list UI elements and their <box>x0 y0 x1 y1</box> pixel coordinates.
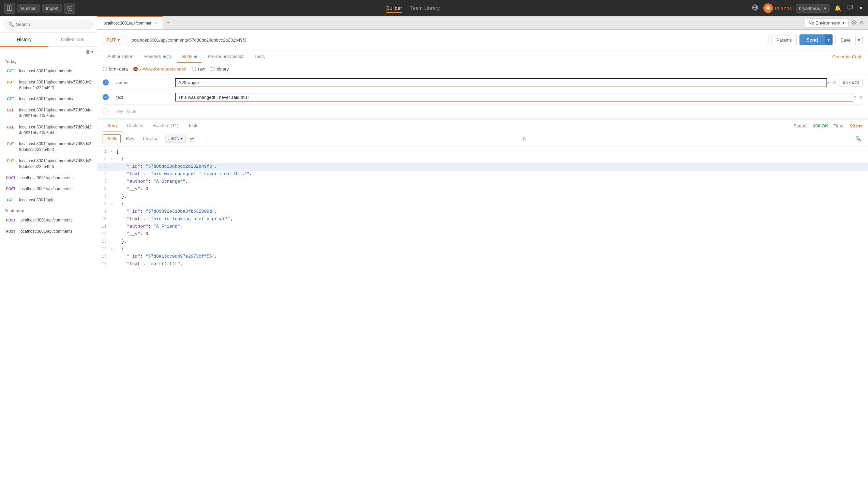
history-url: localhost:3001/api/ <box>19 197 53 203</box>
history-item[interactable]: POST localhost:3001/api/comments <box>0 172 97 184</box>
add-tab-button[interactable]: + <box>163 16 173 29</box>
url-input[interactable] <box>126 35 768 45</box>
field-value-placeholder: value <box>126 109 136 114</box>
empty-check <box>103 108 109 114</box>
sync-icon <box>763 3 773 13</box>
new-tab-button[interactable] <box>64 3 75 14</box>
remove-field-author[interactable]: ✕ <box>833 80 836 85</box>
resp-format-preview[interactable]: Preview <box>139 134 161 143</box>
code-line-16: 16 "text": "murfffffff", <box>97 261 868 268</box>
save-dropdown-button[interactable]: ▾ <box>856 35 863 45</box>
env-dropdown-arrow: ▾ <box>842 20 845 26</box>
history-item[interactable]: GET localhost:3001/api/comments <box>0 65 97 77</box>
field-key-placeholder: key <box>114 109 123 114</box>
history-item[interactable]: GET localhost:3001/api/ <box>0 195 97 206</box>
history-item[interactable]: PUT localhost:3001/api/comments/57d88dc2… <box>0 155 97 172</box>
body-dot <box>194 56 197 58</box>
heart-icon[interactable]: ♥ <box>858 4 864 13</box>
request-line: PUT ▾ Params Send ▾ Save ▾ <box>97 30 868 50</box>
history-item[interactable]: GET localhost:3001/api/comments/ <box>0 93 97 105</box>
history-url: localhost:3001/api/comments/57d88dc28dbb… <box>19 141 92 153</box>
user-dropdown[interactable]: bryanthea... ▾ <box>796 4 829 13</box>
field-value-text[interactable] <box>175 93 853 102</box>
tab-collections[interactable]: Collections <box>48 33 97 47</box>
subtab-headers[interactable]: Headers (1) <box>139 50 176 63</box>
subtab-authorization[interactable]: Authorization <box>103 50 138 63</box>
resp-tab-cookies[interactable]: Cookies <box>122 120 148 132</box>
params-button[interactable]: Params <box>771 35 797 45</box>
resp-format-raw[interactable]: Raw <box>122 134 138 143</box>
send-button-group: Send ▾ <box>799 34 833 45</box>
comment-icon[interactable] <box>846 3 855 13</box>
headers-count-badge <box>163 56 166 58</box>
method-dropdown-arrow: ▾ <box>117 37 120 43</box>
code-line-6: 6 "__v": 0 <box>97 186 868 193</box>
resp-tab-headers[interactable]: Headers (11) <box>148 120 183 132</box>
radio-binary[interactable]: binary <box>211 66 229 72</box>
history-item[interactable]: DEL localhost:3001/api/comments/57d89d4c… <box>0 105 97 122</box>
send-button[interactable]: Send <box>799 34 825 45</box>
json-dropdown-arrow: ▾ <box>181 136 183 141</box>
status-area: Status: 200 OK Time: 99 ms <box>794 123 863 128</box>
field-value-author[interactable] <box>175 78 827 87</box>
environment-dropdown[interactable]: No Environment ▾ <box>805 18 849 28</box>
active-request-tab[interactable]: localhost:3001/api/commer ✕ <box>97 16 163 29</box>
bulk-edit-button[interactable]: Bulk Edit <box>839 78 863 87</box>
code-line-3: 3 "_id": "57d88dc28dbbcc2b232b49f3", <box>97 163 868 171</box>
tab-history[interactable]: History <box>0 33 48 47</box>
json-label: JSON <box>168 136 179 141</box>
history-url: localhost:3001/api/comments <box>19 175 72 181</box>
env-area: No Environment ▾ ⚙ <box>801 18 868 28</box>
sync-status: IN SYNC <box>775 6 793 10</box>
remove-field-text[interactable]: ✕ <box>859 95 863 100</box>
code-line-15: 15 "_id": "57d8a16cc0db97e2973cff55", <box>97 253 868 261</box>
team-library-tab[interactable]: Team Library <box>410 4 440 13</box>
subtab-tests[interactable]: Tests <box>250 50 269 63</box>
save-button[interactable]: Save <box>835 35 856 45</box>
subtab-body[interactable]: Body <box>177 50 201 63</box>
import-button[interactable]: Import <box>42 4 63 13</box>
menu-icon-text: ≡ <box>853 95 856 100</box>
settings-icon[interactable]: ⚙ <box>859 20 864 26</box>
request-tabs: localhost:3001/api/commer ✕ + <box>97 16 801 29</box>
field-check-empty <box>103 108 114 114</box>
resp-format-pretty[interactable]: Pretty <box>103 134 121 143</box>
content-area: localhost:3001/api/commer ✕ + No Environ… <box>97 16 868 477</box>
time-value: 99 ms <box>850 123 863 128</box>
radio-form-data[interactable]: form-data <box>103 66 128 72</box>
history-item[interactable]: PUT localhost:3001/api/comments/57d88dc2… <box>0 77 97 94</box>
generate-code-link[interactable]: Generate Code <box>832 54 863 59</box>
history-item[interactable]: POST localhost:3001/api/comments <box>0 215 97 226</box>
sidebar: 🔍 History Collections 🗑 ▾ Today GET loca… <box>0 16 97 477</box>
globe-icon[interactable] <box>750 3 760 14</box>
wrap-icon[interactable]: ⇄ <box>190 136 194 142</box>
copy-response-button[interactable]: ⧉ <box>521 135 527 143</box>
builder-tab[interactable]: Builder <box>386 4 402 13</box>
close-tab-icon[interactable]: ✕ <box>154 21 157 26</box>
radio-urlencoded[interactable]: x-www-form-urlencoded <box>133 66 186 72</box>
search-input[interactable] <box>16 22 88 27</box>
trash-button[interactable]: 🗑 ▾ <box>86 49 93 55</box>
code-line-12: 12 "__v": 0 <box>97 231 868 238</box>
eye-icon[interactable] <box>851 20 857 26</box>
field-check-text: ✓ <box>103 94 114 100</box>
history-item[interactable]: POST localhost:3001/api/comments <box>0 226 97 237</box>
save-button-group: Save ▾ <box>835 35 863 45</box>
history-item[interactable]: PUT localhost:3001/api/comments/57d88dc2… <box>0 138 97 155</box>
send-dropdown-button[interactable]: ▾ <box>825 34 833 45</box>
bell-icon[interactable]: 🔔 <box>833 4 842 13</box>
json-dropdown[interactable]: JSON ▾ <box>165 135 186 143</box>
code-line-2: 2 ▾ { <box>97 156 868 163</box>
radio-raw[interactable]: raw <box>192 66 205 72</box>
runner-button[interactable]: Runner <box>17 4 40 13</box>
status-label: Status: <box>794 123 807 128</box>
search-response-button[interactable]: 🔍 <box>854 135 863 143</box>
subtab-pre-request[interactable]: Pre-request Script <box>203 50 248 63</box>
sidebar-toggle-button[interactable] <box>4 3 15 14</box>
history-item[interactable]: POST localhost:3001/api/comments <box>0 183 97 195</box>
history-item[interactable]: DEL localhost:3001/api/comments/57d89d42… <box>0 122 97 139</box>
today-section-label: Today <box>0 57 97 65</box>
resp-tab-tests[interactable]: Tests <box>183 120 203 132</box>
method-selector[interactable]: PUT ▾ <box>103 35 123 45</box>
resp-tab-body[interactable]: Body <box>103 120 122 132</box>
